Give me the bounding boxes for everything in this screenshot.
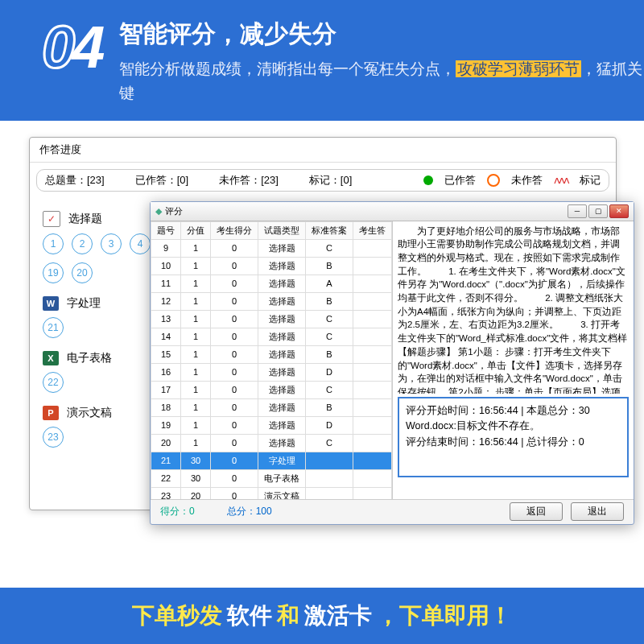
score-grid[interactable]: 题号分值考生得分试题类型标准答案考生答910选择题C1010选择题B1110选择… [151, 221, 393, 499]
cta-banner: 下单秒发软件和激活卡，下单即用！ [0, 588, 644, 644]
hero-banner: 04 智能评分，减少失分 智能分析做题成绩，清晰指出每一个冤枉失分点，攻破学习薄… [0, 0, 644, 121]
grid-row[interactable]: 1810选择题B [151, 398, 392, 416]
score-window: ◆ 评分 ─ ▢ ✕ 题号分值考生得分试题类型标准答案考生答910选择题C101… [150, 201, 634, 525]
question-bubble[interactable]: 2 [72, 233, 93, 254]
question-bubble[interactable]: 3 [101, 233, 122, 254]
grid-row[interactable]: 21300字处理 [151, 452, 392, 469]
grid-row[interactable]: 2010选择题C [151, 434, 392, 452]
back-button[interactable]: 返回 [510, 502, 563, 521]
excel-icon: X [43, 351, 59, 365]
grid-header: 考生答 [353, 221, 392, 239]
hero-title: 智能评分，减少失分 [119, 18, 644, 51]
stat-mark: 标记：[0] [309, 173, 352, 188]
exit-button[interactable]: 退出 [571, 502, 624, 521]
question-bubble[interactable]: 19 [43, 262, 64, 283]
score-title: 评分 [165, 205, 183, 217]
stat-total: 总题量：[23] [45, 173, 105, 188]
hero-number: 04 [42, 18, 101, 77]
stat-done: 已作答：[0] [135, 173, 188, 188]
dot-done-icon [423, 175, 433, 185]
hero-desc: 智能分析做题成绩，清晰指出每一个冤枉失分点，攻破学习薄弱环节，猛抓关键 [119, 57, 644, 106]
dot-undone-icon [487, 174, 500, 187]
grid-row[interactable]: 1910选择题D [151, 416, 392, 434]
grid-row[interactable]: 910选择题C [151, 239, 392, 257]
grid-row[interactable]: 1210选择题B [151, 292, 392, 310]
question-bubble[interactable]: 1 [43, 233, 64, 254]
progress-title: 作答进度 [30, 138, 616, 163]
score-got: 得分：0 [160, 505, 195, 518]
grid-header: 题号 [151, 221, 181, 239]
ppt-icon: P [43, 406, 59, 420]
grid-header: 试题类型 [258, 221, 306, 239]
wavy-mark-icon: ᴧᴧᴧ [554, 174, 568, 186]
titlebar: ◆ 评分 ─ ▢ ✕ [151, 202, 634, 221]
result-box: 评分开始时间：16:56:44 | 本题总分：30 Word.docx:目标文件… [398, 397, 629, 477]
minimize-button[interactable]: ─ [568, 204, 587, 218]
grid-row[interactable]: 1110选择题A [151, 275, 392, 292]
grid-header: 考生得分 [211, 221, 258, 239]
grid-header: 分值 [181, 221, 211, 239]
score-window-icon: ◆ [155, 206, 162, 217]
grid-header: 标准答案 [306, 221, 353, 239]
grid-row[interactable]: 1610选择题D [151, 363, 392, 381]
grid-row[interactable]: 23200演示文稿 [151, 487, 392, 499]
question-bubble[interactable]: 23 [43, 427, 64, 448]
question-bubble[interactable]: 20 [72, 262, 93, 283]
score-footer: 得分：0 总分：100 返回 退出 [151, 499, 634, 524]
word-icon: W [43, 296, 59, 311]
explanation-text: 为了更好地介绍公司的服务与市场战略，市场部助理小王需要协助制作完成公司战略规划文… [398, 225, 629, 394]
close-button[interactable]: ✕ [609, 204, 629, 218]
grid-row[interactable]: 1710选择题C [151, 381, 392, 398]
grid-row[interactable]: 1010选择题B [151, 257, 392, 275]
grid-row[interactable]: 1410选择题C [151, 328, 392, 345]
grid-row[interactable]: 22300电子表格 [151, 469, 392, 487]
check-icon [43, 211, 60, 227]
stat-undone: 未作答：[23] [219, 173, 279, 188]
grid-row[interactable]: 1310选择题C [151, 310, 392, 328]
score-full: 总分：100 [227, 505, 272, 518]
maximize-button[interactable]: ▢ [588, 204, 608, 218]
question-bubble[interactable]: 22 [43, 372, 64, 393]
question-bubble[interactable]: 21 [43, 317, 64, 338]
stats-bar: 总题量：[23] 已作答：[0] 未作答：[23] 标记：[0] 已作答 未作答… [36, 169, 609, 192]
grid-row[interactable]: 1510选择题B [151, 345, 392, 363]
question-bubble[interactable]: 4 [130, 233, 151, 254]
